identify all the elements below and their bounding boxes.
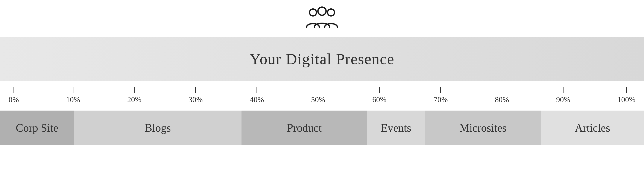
banner-title: Your Digital Presence (250, 50, 394, 68)
bar-label-articles: Articles (575, 122, 610, 134)
bar-label-microsites: Microsites (460, 122, 506, 134)
tick-mark (256, 88, 257, 94)
bar-microsites[interactable]: Microsites (425, 110, 541, 145)
bar-label-events: Events (381, 122, 411, 134)
tick-mark (563, 88, 564, 94)
tick-70: 70% (434, 88, 448, 104)
tick-label-30: 30% (188, 95, 203, 104)
digital-presence-banner: Your Digital Presence (0, 37, 644, 81)
svg-point-0 (310, 9, 316, 16)
icon-area (0, 0, 644, 37)
tick-label-10: 10% (66, 95, 80, 104)
tick-label-100: 100% (618, 95, 636, 104)
tick-label-90: 90% (556, 95, 570, 104)
tick-label-70: 70% (434, 95, 448, 104)
tick-mark (626, 88, 626, 94)
bar-events[interactable]: Events (367, 110, 425, 145)
tick-label-60: 60% (372, 95, 386, 104)
tick-label-0: 0% (8, 95, 19, 104)
bar-chart: Corp Site Blogs Product Events Microsite… (0, 106, 644, 145)
page-container: Your Digital Presence 0% 10% 20% 30% (0, 0, 644, 190)
tick-60: 60% (372, 88, 386, 104)
tick-mark (379, 88, 380, 94)
svg-point-2 (318, 7, 326, 15)
tick-90: 90% (556, 88, 570, 104)
bar-blogs[interactable]: Blogs (74, 110, 242, 145)
scale-container: 0% 10% 20% 30% 40% 50% (0, 81, 644, 106)
tick-20: 20% (127, 88, 142, 104)
tick-mark (195, 88, 196, 94)
tick-mark (14, 88, 14, 94)
tick-50: 50% (311, 88, 325, 104)
bar-product[interactable]: Product (242, 110, 367, 145)
tick-mark (502, 88, 502, 94)
tick-mark (134, 88, 134, 94)
bar-articles[interactable]: Articles (541, 110, 644, 145)
tick-mark (440, 88, 441, 94)
tick-100: 100% (618, 88, 636, 104)
tick-label-50: 50% (311, 95, 325, 104)
tick-label-80: 80% (495, 95, 509, 104)
tick-label-40: 40% (250, 95, 264, 104)
tick-0: 0% (8, 88, 19, 104)
tick-80: 80% (495, 88, 509, 104)
tick-40: 40% (250, 88, 264, 104)
tick-mark (73, 88, 74, 94)
bar-corp-site[interactable]: Corp Site (0, 110, 74, 145)
bar-label-corp: Corp Site (16, 122, 58, 134)
people-group-icon (305, 6, 339, 33)
svg-point-1 (328, 9, 334, 16)
bar-label-product: Product (287, 122, 322, 134)
tick-mark (318, 88, 318, 94)
scale-ticks: 0% 10% 20% 30% 40% 50% (8, 88, 636, 104)
bar-label-blogs: Blogs (145, 122, 171, 134)
tick-10: 10% (66, 88, 80, 104)
tick-30: 30% (188, 88, 203, 104)
tick-label-20: 20% (127, 95, 142, 104)
